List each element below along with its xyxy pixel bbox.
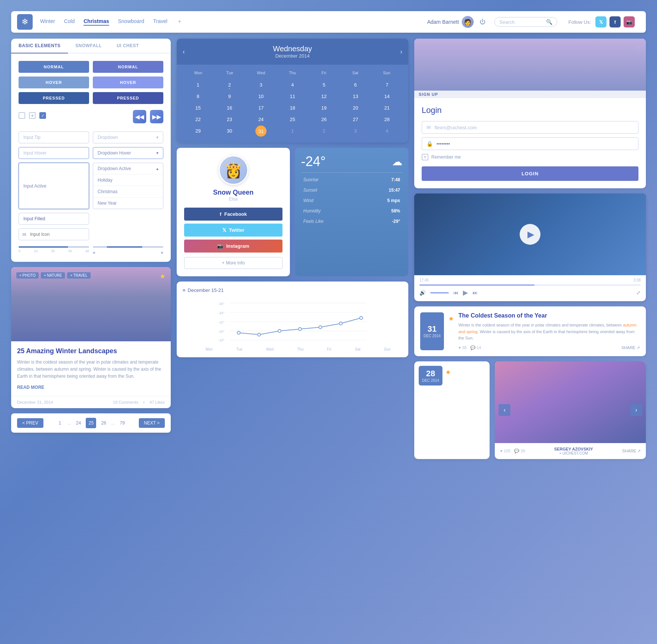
arrow-right-btn[interactable]: ▶▶ bbox=[150, 110, 163, 123]
nav-cold[interactable]: Cold bbox=[64, 18, 75, 26]
facebook-profile-btn[interactable]: f Facebook bbox=[184, 208, 282, 221]
slider-2[interactable] bbox=[93, 246, 163, 248]
dropdown-normal[interactable]: Dropdown ▾ bbox=[93, 131, 163, 143]
page-25[interactable]: 25 bbox=[86, 418, 96, 428]
video-progress-bar[interactable] bbox=[419, 284, 641, 286]
arrow-left-btn[interactable]: ◀◀ bbox=[133, 110, 146, 123]
dropdown-active-header[interactable]: Dropdown Active ▴ bbox=[93, 163, 163, 174]
cal-day-20[interactable]: 20 bbox=[340, 103, 371, 113]
cal-day-n2[interactable]: 2 bbox=[308, 126, 339, 137]
nav-winter[interactable]: Winter bbox=[40, 18, 55, 26]
nav-christmas[interactable]: Christmas bbox=[84, 18, 109, 26]
dropdown-hover[interactable]: Dropdown Hover ▾ bbox=[93, 147, 163, 159]
cal-day-17[interactable]: 17 bbox=[246, 103, 277, 113]
cal-day-16[interactable]: 16 bbox=[214, 103, 245, 113]
cal-day-n3[interactable]: 3 bbox=[340, 126, 371, 137]
dropdown-item-newyear[interactable]: New Year bbox=[93, 197, 163, 209]
favorite-icon[interactable]: ★ bbox=[160, 272, 166, 280]
input-filled[interactable] bbox=[19, 213, 89, 225]
blog-likes[interactable]: 47 Likes bbox=[150, 400, 165, 404]
remember-checkbox[interactable]: + bbox=[422, 154, 428, 160]
instagram-follow-btn[interactable]: 📷 bbox=[624, 16, 635, 27]
read-more-btn[interactable]: READ MORE bbox=[17, 385, 165, 390]
gallery-share-btn[interactable]: SHARE ↗ bbox=[622, 449, 641, 453]
cal-day-9[interactable]: 9 bbox=[214, 91, 245, 102]
page-24[interactable]: 24 bbox=[73, 418, 84, 428]
input-tip[interactable] bbox=[19, 131, 89, 143]
page-79[interactable]: 79 bbox=[117, 418, 127, 428]
btn-hover-2[interactable]: HOVER bbox=[93, 77, 163, 88]
btn-pressed-1[interactable]: PRESSED bbox=[19, 92, 89, 104]
article-share-btn-1[interactable]: SHARE ↗ bbox=[621, 345, 640, 350]
more-info-btn[interactable]: + More Info bbox=[184, 257, 282, 269]
cal-day-27[interactable]: 27 bbox=[340, 114, 371, 125]
cal-day-8[interactable]: 8 bbox=[183, 91, 213, 102]
cal-day-23[interactable]: 23 bbox=[214, 114, 245, 125]
search-input[interactable] bbox=[499, 19, 544, 25]
cal-day-14[interactable]: 14 bbox=[372, 91, 402, 102]
cal-day-n1[interactable]: 1 bbox=[277, 126, 308, 137]
btn-normal-2[interactable]: NORMAL bbox=[93, 61, 163, 73]
cal-prev-btn[interactable]: ‹ bbox=[183, 48, 185, 56]
nav-snowboard[interactable]: Snowboard bbox=[118, 18, 144, 26]
gallery-next-btn[interactable]: › bbox=[630, 404, 642, 416]
input-hover[interactable] bbox=[19, 147, 89, 159]
cal-day-24[interactable]: 24 bbox=[246, 114, 277, 125]
btn-hover-1[interactable]: HOVER bbox=[19, 77, 89, 88]
expand-icon[interactable]: ⤢ bbox=[636, 290, 641, 296]
cal-day-21[interactable]: 21 bbox=[372, 103, 402, 113]
navbar-search[interactable]: 🔍 bbox=[494, 17, 557, 27]
play-button[interactable]: ▶ bbox=[520, 224, 540, 245]
cal-day-15[interactable]: 15 bbox=[183, 103, 213, 113]
cal-day-18[interactable]: 18 bbox=[277, 103, 308, 113]
next-btn[interactable]: NEXT > bbox=[139, 418, 165, 428]
rewind-icon[interactable]: ⏮ bbox=[453, 290, 458, 296]
cal-day-25[interactable]: 25 bbox=[277, 114, 308, 125]
cal-day-3[interactable]: 3 bbox=[246, 79, 277, 90]
cal-day-30[interactable]: 30 bbox=[214, 126, 245, 137]
tab-snowfall[interactable]: SNOWFALL bbox=[68, 39, 109, 53]
prev-btn[interactable]: < PREV bbox=[17, 418, 43, 428]
password-input[interactable] bbox=[437, 141, 634, 147]
cal-day-22[interactable]: 22 bbox=[183, 114, 213, 125]
power-icon[interactable]: ⏻ bbox=[480, 19, 486, 25]
checkbox-1[interactable] bbox=[19, 112, 25, 119]
cal-day-4[interactable]: 4 bbox=[277, 79, 308, 90]
volume-icon[interactable]: 🔊 bbox=[419, 290, 426, 296]
input-icon[interactable] bbox=[19, 228, 89, 240]
cal-day-2[interactable]: 2 bbox=[214, 79, 245, 90]
page-26[interactable]: 26 bbox=[98, 418, 109, 428]
email-input[interactable] bbox=[435, 125, 634, 130]
cal-day-12[interactable]: 12 bbox=[308, 91, 339, 102]
cal-day-5[interactable]: 5 bbox=[308, 79, 339, 90]
cal-day-7[interactable]: 7 bbox=[372, 79, 402, 90]
btn-normal-1[interactable]: NORMAL bbox=[19, 61, 89, 73]
dropdown-item-christmas[interactable]: Christmas bbox=[93, 186, 163, 197]
blog-comments[interactable]: 19 Comments bbox=[113, 400, 138, 404]
cal-day-6[interactable]: 6 bbox=[340, 79, 371, 90]
btn-pressed-2[interactable]: PRESSED bbox=[93, 92, 163, 104]
cal-day-28[interactable]: 28 bbox=[372, 114, 402, 125]
dropdown-item-holiday[interactable]: Holiday bbox=[93, 174, 163, 186]
nav-travel[interactable]: Travel bbox=[153, 18, 167, 26]
facebook-follow-btn[interactable]: f bbox=[609, 16, 621, 27]
cal-day-19[interactable]: 19 bbox=[308, 103, 339, 113]
instagram-profile-btn[interactable]: 📷 Instagram bbox=[184, 240, 282, 253]
input-active[interactable] bbox=[19, 163, 89, 209]
cal-day-31[interactable]: 31 bbox=[255, 126, 267, 137]
tab-basic-elements[interactable]: BASIC ELEMENTS bbox=[11, 39, 68, 53]
cal-day-29[interactable]: 29 bbox=[183, 126, 213, 137]
close-icon[interactable]: ✕ bbox=[635, 45, 640, 52]
fast-forward-icon[interactable]: ⏭ bbox=[473, 290, 478, 296]
cal-next-btn[interactable]: › bbox=[400, 48, 402, 56]
cal-day-13[interactable]: 13 bbox=[340, 91, 371, 102]
login-button[interactable]: LOGIN bbox=[422, 166, 638, 181]
checkbox-2[interactable]: ✓ bbox=[39, 112, 46, 119]
page-1[interactable]: 1 bbox=[55, 418, 65, 428]
volume-bar[interactable] bbox=[430, 292, 449, 293]
tab-ui-chest[interactable]: UI CHEST bbox=[109, 39, 146, 53]
gallery-prev-btn[interactable]: ‹ bbox=[499, 404, 510, 416]
cal-day-n4[interactable]: 4 bbox=[372, 126, 402, 137]
twitter-profile-btn[interactable]: 𝕏 Twitter bbox=[184, 224, 282, 237]
video-play-btn[interactable]: ▶ bbox=[463, 289, 468, 297]
